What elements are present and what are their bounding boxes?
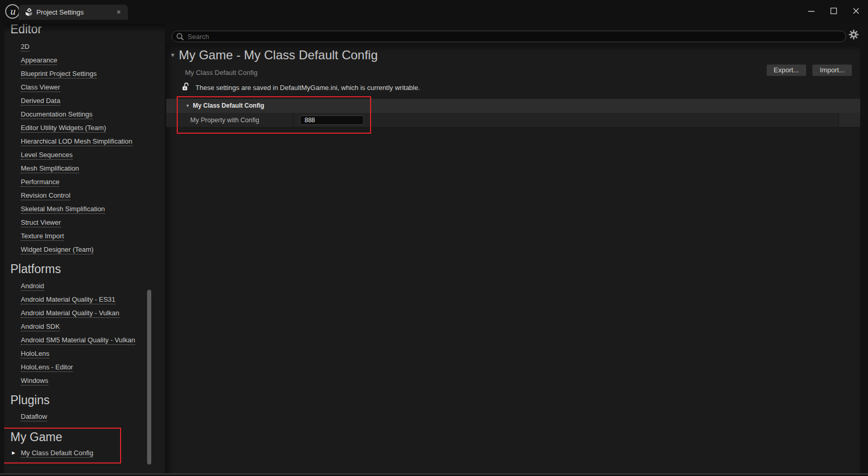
page-collapse-icon[interactable]: ▾	[171, 51, 175, 59]
config-writable-notice: These settings are saved in DefaultMyGam…	[182, 82, 420, 93]
sidebar-item-documentation-settings[interactable]: Documentation Settings	[4, 108, 165, 121]
sidebar-item-2d[interactable]: 2D	[4, 40, 165, 54]
import-button[interactable]: Import...	[812, 65, 852, 76]
sidebar-heading-platforms: Platforms	[10, 260, 61, 278]
section-title: My Class Default Config	[193, 99, 264, 113]
tab-project-settings[interactable]: Project Settings ✕	[19, 5, 128, 20]
sidebar-heading-plugins: Plugins	[10, 391, 49, 409]
sidebar-item-blueprint-project-settings[interactable]: Blueprint Project Settings	[4, 67, 165, 81]
sidebar-item-skeletal-mesh-simplification[interactable]: Skeletal Mesh Simplification	[4, 202, 165, 216]
sidebar-item-appearance[interactable]: Appearance	[4, 54, 165, 67]
property-value-input[interactable]	[300, 115, 364, 125]
window-bottom-edge	[0, 473, 868, 474]
sidebar-item-android-material-quality-es31[interactable]: Android Material Quality - ES31	[4, 293, 165, 306]
sidebar-item-hololens[interactable]: HoloLens	[4, 347, 165, 361]
sidebar-heading-my-game: My Game	[10, 428, 62, 446]
search-icon	[176, 33, 184, 43]
sidebar-item-editor-utility-widgets-team[interactable]: Editor Utility Widgets (Team)	[4, 121, 165, 135]
property-label: My Property with Config	[190, 113, 259, 127]
sidebar-group-my-game: ▶ My Class Default Config	[4, 446, 165, 460]
export-button[interactable]: Export...	[767, 65, 806, 76]
tab-close-icon[interactable]: ✕	[116, 5, 121, 20]
sidebar-group-editor: 2D Appearance Blueprint Project Settings…	[4, 40, 165, 256]
sidebar-item-revision-control[interactable]: Revision Control	[4, 189, 165, 202]
unreal-logo-icon: u	[5, 4, 20, 19]
unlocked-padlock-icon	[182, 82, 190, 93]
settings-gear-icon[interactable]	[849, 30, 859, 42]
section-header-my-class-default-config[interactable]: ▼ My Class Default Config	[166, 99, 860, 113]
project-settings-icon	[24, 8, 33, 19]
sidebar-group-plugins: Dataflow	[4, 410, 165, 423]
sidebar-item-android-sdk[interactable]: Android SDK	[4, 320, 165, 333]
property-row: My Property with Config	[166, 113, 860, 127]
sidebar-heading-editor: Editor	[10, 23, 42, 38]
sidebar-item-derived-data[interactable]: Derived Data	[4, 94, 165, 108]
notice-text: These settings are saved in DefaultMyGam…	[195, 84, 420, 92]
settings-sidebar: Editor 2D Appearance Blueprint Project S…	[4, 23, 165, 473]
sidebar-item-class-viewer[interactable]: Class Viewer	[4, 81, 165, 94]
sidebar-item-android-material-quality-vulkan[interactable]: Android Material Quality - Vulkan	[4, 306, 165, 320]
maximize-button[interactable]	[828, 5, 839, 17]
row-right-gutter	[838, 113, 860, 127]
section-collapse-icon: ▼	[186, 99, 190, 113]
sidebar-item-hierarchical-lod-mesh-simplification[interactable]: Hierarchical LOD Mesh Simplification	[4, 135, 165, 148]
tab-label: Project Settings	[36, 5, 84, 20]
sidebar-item-texture-import[interactable]: Texture Import	[4, 229, 165, 243]
sidebar-item-windows[interactable]: Windows	[4, 374, 165, 388]
expand-arrow-icon: ▶	[12, 446, 15, 460]
sidebar-item-dataflow[interactable]: Dataflow	[4, 410, 165, 423]
sidebar-item-performance[interactable]: Performance	[4, 175, 165, 189]
main-area: ▾ My Game - My Class Default Config My C…	[166, 23, 868, 473]
page-title: My Game - My Class Default Config	[179, 48, 378, 62]
sidebar-item-struct-viewer[interactable]: Struct Viewer	[4, 216, 165, 229]
minimize-button[interactable]	[806, 5, 817, 17]
sidebar-item-widget-designer-team[interactable]: Widget Designer (Team)	[4, 243, 165, 256]
column-divider[interactable]	[293, 113, 293, 127]
sidebar-scrollbar-thumb[interactable]	[147, 290, 151, 465]
sidebar-item-level-sequences[interactable]: Level Sequences	[4, 148, 165, 162]
page-subtitle: My Class Default Config	[185, 69, 257, 76]
search-input[interactable]	[187, 31, 839, 42]
sidebar-item-android[interactable]: Android	[4, 279, 165, 293]
titlebar: u Project Settings ✕	[0, 0, 868, 23]
sidebar-item-my-class-default-config[interactable]: ▶ My Class Default Config	[4, 446, 165, 460]
settings-content-panel: ▾ My Game - My Class Default Config My C…	[166, 46, 860, 473]
sidebar-group-platforms: Android Android Material Quality - ES31 …	[4, 279, 165, 388]
search-bar	[172, 31, 846, 42]
close-button[interactable]	[850, 5, 862, 17]
sidebar-item-hololens-editor[interactable]: HoloLens - Editor	[4, 361, 165, 374]
sidebar-item-android-sm5-material-quality-vulkan[interactable]: Android SM5 Material Quality - Vulkan	[4, 333, 165, 347]
sidebar-item-mesh-simplification[interactable]: Mesh Simplification	[4, 162, 165, 175]
project-settings-window: u Project Settings ✕	[0, 0, 868, 476]
